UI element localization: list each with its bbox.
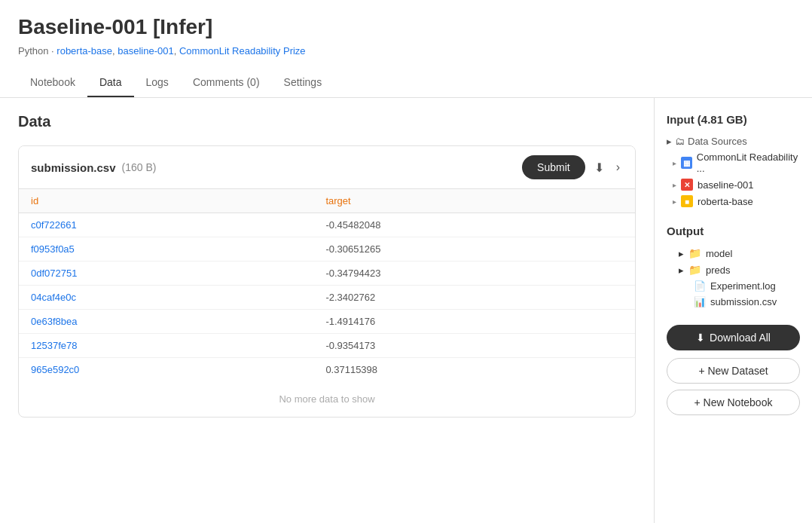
data-source-item[interactable]: ▸▦CommonLit Readability ... [667, 149, 800, 176]
data-source-label: baseline-001 [698, 179, 753, 191]
content-area: Data submission.csv (160 B) Submit ⬇ › [0, 98, 812, 523]
folder-icon: 📁 [688, 247, 701, 259]
chevron-icon: ▸ [679, 265, 684, 276]
data-source-label: roberta-base [698, 196, 753, 207]
cell-id: 0e63f8bea [19, 310, 313, 334]
data-sources-header[interactable]: ▸ 🗂 Data Sources [667, 133, 800, 149]
data-sources-chevron: ▸ [667, 136, 672, 147]
breadcrumb-link-baseline[interactable]: baseline-001 [118, 45, 173, 57]
cell-target: 0.37115398 [313, 358, 635, 382]
table-body: c0f722661-0.45482048f0953f0a5-0.30651265… [19, 213, 635, 382]
data-section-title: Data [18, 113, 636, 130]
cell-target: -0.45482048 [313, 213, 635, 237]
table-row: 12537fe78-0.9354173 [19, 334, 635, 358]
dataset-icon: ▦ [681, 157, 692, 169]
column-id: id [19, 189, 313, 213]
cell-target: -0.30651265 [313, 237, 635, 262]
tab-notebook[interactable]: Notebook [18, 69, 87, 97]
tab-logs[interactable]: Logs [134, 69, 181, 97]
chevron-icon: ▸ [673, 197, 676, 206]
submit-button[interactable]: Submit [522, 155, 585, 179]
data-sources-items: ▸▦CommonLit Readability ...▸✕baseline-00… [667, 149, 800, 210]
page-header: Baseline-001 [Infer] Python · roberta-ba… [0, 0, 812, 98]
table-row: 0df072751-0.34794423 [19, 262, 635, 286]
cell-id: f0953f0a5 [19, 237, 313, 262]
tab-settings[interactable]: Settings [272, 69, 334, 97]
new-dataset-label: + New Dataset [698, 365, 768, 377]
cell-target: -1.4914176 [313, 310, 635, 334]
download-icon-button[interactable]: ⬇ [591, 158, 607, 178]
table-row: 0e63f8bea-1.4914176 [19, 310, 635, 334]
input-title: Input (4.81 GB) [667, 113, 800, 126]
breadcrumb-link-competition[interactable]: CommonLit Readability Prize [179, 45, 306, 57]
new-notebook-button[interactable]: + New Notebook [667, 390, 800, 415]
output-item[interactable]: 📄Experiment.log [667, 278, 800, 294]
no-more-data: No more data to show [19, 381, 635, 417]
new-notebook-label: + New Notebook [694, 396, 773, 408]
data-source-item[interactable]: ▸✕baseline-001 [667, 176, 800, 193]
cell-id: 04caf4e0c [19, 286, 313, 310]
main-panel: Data submission.csv (160 B) Submit ⬇ › [0, 98, 654, 523]
chevron-icon: ▸ [679, 248, 684, 259]
output-title: Output [667, 225, 800, 237]
breadcrumb-link-roberta[interactable]: roberta-base [56, 45, 112, 57]
file-info: submission.csv (160 B) [31, 161, 156, 174]
cell-target: -2.3402762 [313, 286, 635, 310]
folder-icon: 📁 [688, 264, 701, 276]
table-row: 04caf4e0c-2.3402762 [19, 286, 635, 310]
cell-id: 12537fe78 [19, 334, 313, 358]
table-row: c0f722661-0.45482048 [19, 213, 635, 237]
download-all-label: Download All [710, 332, 771, 344]
data-source-label: CommonLit Readability ... [697, 151, 800, 174]
table-row: 965e592c00.37115398 [19, 358, 635, 382]
chevron-right-icon: › [616, 161, 620, 174]
output-item-label: Experiment.log [710, 280, 776, 292]
sidebar-actions: ⬇ Download All + New Dataset + New Noteb… [667, 325, 800, 415]
chevron-icon: ▸ [673, 159, 676, 167]
column-target: target [313, 189, 635, 213]
sidebar: Input (4.81 GB) ▸ 🗂 Data Sources ▸▦Commo… [654, 98, 812, 523]
new-dataset-button[interactable]: + New Dataset [667, 358, 800, 384]
download-icon: ⬇ [594, 161, 604, 175]
cell-id: 965e592c0 [19, 358, 313, 382]
download-all-icon: ⬇ [696, 332, 705, 344]
dataset-icon: ✕ [681, 179, 693, 191]
data-card-header: submission.csv (160 B) Submit ⬇ › [19, 146, 635, 189]
dataset-icon: ■ [681, 195, 693, 207]
data-table: id target c0f722661-0.45482048f0953f0a5-… [19, 189, 635, 381]
output-item-label: submission.csv [710, 296, 777, 307]
breadcrumb: Python · roberta-base, baseline-001, Com… [18, 45, 794, 57]
page-title: Baseline-001 [Infer] [18, 15, 794, 39]
output-item-label: preds [706, 265, 731, 276]
tab-data[interactable]: Data [87, 69, 134, 97]
breadcrumb-language: Python [18, 45, 48, 57]
output-item[interactable]: ▸📁model [667, 245, 800, 262]
input-section: Input (4.81 GB) ▸ 🗂 Data Sources ▸▦Commo… [667, 113, 800, 210]
file-name: submission.csv [31, 161, 116, 174]
output-item[interactable]: ▸📁preds [667, 262, 800, 278]
data-sources-label: Data Sources [688, 136, 747, 147]
header-actions: Submit ⬇ › [522, 155, 623, 179]
output-item-label: model [706, 248, 732, 259]
table-row: f0953f0a5-0.30651265 [19, 237, 635, 262]
csv-icon: 📊 [694, 296, 706, 307]
data-card: submission.csv (160 B) Submit ⬇ › [18, 145, 636, 417]
cell-id: c0f722661 [19, 213, 313, 237]
expand-button[interactable]: › [613, 158, 623, 177]
folder-icon: 🗂 [675, 136, 685, 147]
file-size: (160 B) [122, 161, 157, 173]
download-all-button[interactable]: ⬇ Download All [667, 325, 800, 350]
data-source-item[interactable]: ▸■roberta-base [667, 193, 800, 210]
chevron-icon: ▸ [673, 181, 676, 189]
output-item[interactable]: 📊submission.csv [667, 294, 800, 310]
log-icon: 📄 [694, 280, 706, 292]
tab-bar: Notebook Data Logs Comments (0) Settings [18, 69, 794, 97]
output-items: ▸📁model▸📁preds📄Experiment.log📊submission… [667, 245, 800, 310]
cell-id: 0df072751 [19, 262, 313, 286]
cell-target: -0.34794423 [313, 262, 635, 286]
cell-target: -0.9354173 [313, 334, 635, 358]
tab-comments[interactable]: Comments (0) [181, 69, 272, 97]
output-section: Output ▸📁model▸📁preds📄Experiment.log📊sub… [667, 225, 800, 310]
